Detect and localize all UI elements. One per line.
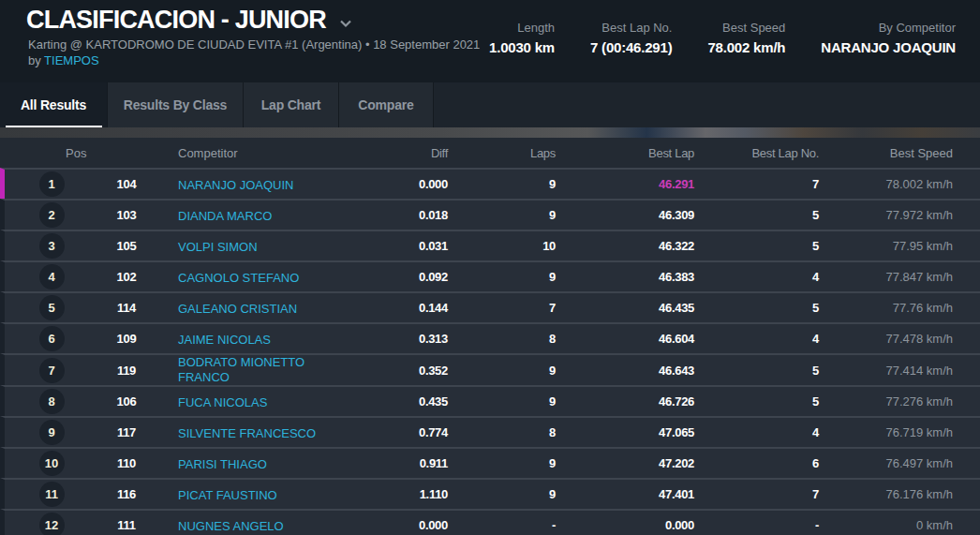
stat-best-speed: Best Speed 78.002 km/h <box>707 21 785 82</box>
stat-by-competitor: By Competitor NARANJO JOAQUIN <box>821 21 956 82</box>
competitor-link[interactable]: JAIME NICOLAS <box>178 333 271 348</box>
best-lap-value: 47.065 <box>556 425 694 439</box>
best-lap-no-value: 5 <box>694 394 819 409</box>
laps-value: 8 <box>448 425 556 439</box>
best-speed-value: 78.002 km/h <box>819 177 953 191</box>
best-lap-no-value: 7 <box>694 487 819 501</box>
table-row[interactable]: 8106FUCA NICOLAS0.435946.726577.276 km/h <box>0 385 980 416</box>
background-photo-strip <box>0 127 980 138</box>
table-row[interactable]: 9117SILVENTE FRANCESCO0.774847.065476.71… <box>0 416 980 447</box>
best-lap-value: 46.643 <box>556 364 694 378</box>
kart-number: 106 <box>98 394 155 409</box>
best-lap-no-value: 4 <box>694 332 819 346</box>
competitor-link[interactable]: CAGNOLO STEFANO <box>178 271 299 286</box>
page-header: CLASIFICACION - JUNIOR Karting @ KARTODR… <box>0 0 980 82</box>
table-row[interactable]: 10110PARISI THIAGO0.911947.202676.497 km… <box>0 447 980 478</box>
position-badge: 6 <box>39 326 65 351</box>
best-lap-value: 46.322 <box>556 239 694 253</box>
best-lap-no-value: 5 <box>694 239 819 253</box>
competitor-link[interactable]: PICAT FAUSTINO <box>178 488 277 503</box>
competitor-link[interactable]: DIANDA MARCO <box>178 209 272 224</box>
position-badge: 4 <box>39 264 65 290</box>
position-badge: 11 <box>39 482 65 507</box>
best-speed-value: 0 km/h <box>819 518 953 532</box>
position-badge: 2 <box>39 202 65 228</box>
diff-value: 0.144 <box>342 301 448 315</box>
diff-value: 0.774 <box>342 425 448 439</box>
table-row[interactable]: 1104NARANJO JOAQUIN0.000946.291778.002 k… <box>0 168 980 199</box>
diff-value: 0.031 <box>342 239 448 253</box>
best-lap-value: 46.726 <box>556 394 694 409</box>
position-badge: 3 <box>39 233 65 259</box>
kart-number: 110 <box>98 456 155 470</box>
position-badge: 1 <box>39 171 65 197</box>
table-row[interactable]: 11116PICAT FAUSTINO1.110947.401776.176 k… <box>0 478 980 509</box>
tab-lap-chart[interactable]: Lap Chart <box>244 82 339 127</box>
laps-value: 9 <box>448 456 556 470</box>
laps-value: 9 <box>448 487 556 501</box>
best-speed-value: 77.95 km/h <box>819 239 953 253</box>
results-tab-bar: All Results Results By Class Lap Chart C… <box>0 82 980 127</box>
laps-value: 9 <box>448 364 556 378</box>
table-row[interactable]: 2103DIANDA MARCO0.018946.309577.972 km/h <box>0 199 980 230</box>
stat-label: Best Speed <box>707 21 785 35</box>
table-row[interactable]: 7119BODRATO MIONETTO FRANCO0.352946.6435… <box>0 353 980 385</box>
position-badge: 7 <box>39 358 65 383</box>
organizer-link[interactable]: TIEMPOS <box>44 53 99 67</box>
best-lap-no-value: 4 <box>694 270 819 284</box>
best-speed-value: 77.276 km/h <box>819 394 953 409</box>
chevron-down-icon[interactable] <box>337 15 354 32</box>
results-table: Pos Competitor Diff Laps Best Lap Best L… <box>0 138 980 535</box>
best-lap-no-value: 5 <box>694 364 819 378</box>
competitor-link[interactable]: VOLPI SIMON <box>178 240 258 255</box>
tab-results-by-class[interactable]: Results By Class <box>108 82 244 127</box>
position-badge: 5 <box>39 295 65 320</box>
stat-label: By Competitor <box>821 21 956 35</box>
competitor-link[interactable]: PARISI THIAGO <box>178 457 267 472</box>
table-row[interactable]: 3105VOLPI SIMON0.0311046.322577.95 km/h <box>0 230 980 260</box>
diff-value: 0.000 <box>342 177 448 191</box>
column-header-competitor: Competitor <box>155 146 342 160</box>
table-row[interactable]: 5114GALEANO CRISTIAN0.144746.435577.76 k… <box>0 291 980 322</box>
competitor-link[interactable]: NARANJO JOAQUIN <box>178 178 294 193</box>
best-speed-value: 77.414 km/h <box>819 364 953 378</box>
best-lap-value: 46.383 <box>556 270 694 284</box>
table-row[interactable]: 4102CAGNOLO STEFANO0.092946.383477.847 k… <box>0 260 980 291</box>
column-header-best-speed: Best Speed <box>819 146 953 160</box>
page-title: CLASIFICACION - JUNIOR <box>26 6 326 35</box>
kart-number: 119 <box>98 364 155 378</box>
diff-value: 0.000 <box>342 518 448 532</box>
position-badge: 10 <box>39 451 65 476</box>
kart-number: 104 <box>98 177 155 191</box>
best-lap-value: 47.401 <box>556 487 694 501</box>
table-row[interactable]: 12111NUGNES ANGELO0.000-0.000-0 km/h <box>0 509 980 535</box>
table-row[interactable]: 6109JAIME NICOLAS0.313846.604477.478 km/… <box>0 322 980 353</box>
diff-value: 0.018 <box>342 208 448 222</box>
competitor-link[interactable]: SILVENTE FRANCESCO <box>178 426 316 441</box>
kart-number: 114 <box>98 301 155 315</box>
best-speed-value: 77.847 km/h <box>819 270 953 284</box>
best-lap-value: 46.291 <box>556 177 694 191</box>
best-lap-no-value: - <box>694 518 819 532</box>
position-badge: 8 <box>39 389 65 414</box>
tab-all-results[interactable]: All Results <box>0 82 108 127</box>
competitor-link[interactable]: FUCA NICOLAS <box>178 395 267 410</box>
diff-value: 1.110 <box>342 487 448 501</box>
kart-number: 116 <box>98 487 155 501</box>
best-speed-value: 77.76 km/h <box>819 301 953 315</box>
tab-compare[interactable]: Compare <box>339 82 434 127</box>
competitor-link[interactable]: GALEANO CRISTIAN <box>178 302 297 317</box>
competitor-link[interactable]: BODRATO MIONETTO FRANCO <box>178 355 331 385</box>
best-lap-value: 46.309 <box>556 208 694 222</box>
diff-value: 0.313 <box>342 332 448 346</box>
competitor-link[interactable]: NUGNES ANGELO <box>178 519 284 534</box>
best-lap-value: 46.435 <box>556 301 694 315</box>
best-lap-no-value: 7 <box>694 177 819 191</box>
session-stats: Length 1.0030 km Best Lap No. 7 (00:46.2… <box>489 6 956 82</box>
kart-number: 102 <box>98 270 155 284</box>
kart-number: 117 <box>98 425 155 439</box>
stat-value: 1.0030 km <box>489 39 555 55</box>
best-speed-value: 77.478 km/h <box>819 332 953 346</box>
best-lap-no-value: 6 <box>694 456 819 470</box>
laps-value: 10 <box>448 239 556 253</box>
